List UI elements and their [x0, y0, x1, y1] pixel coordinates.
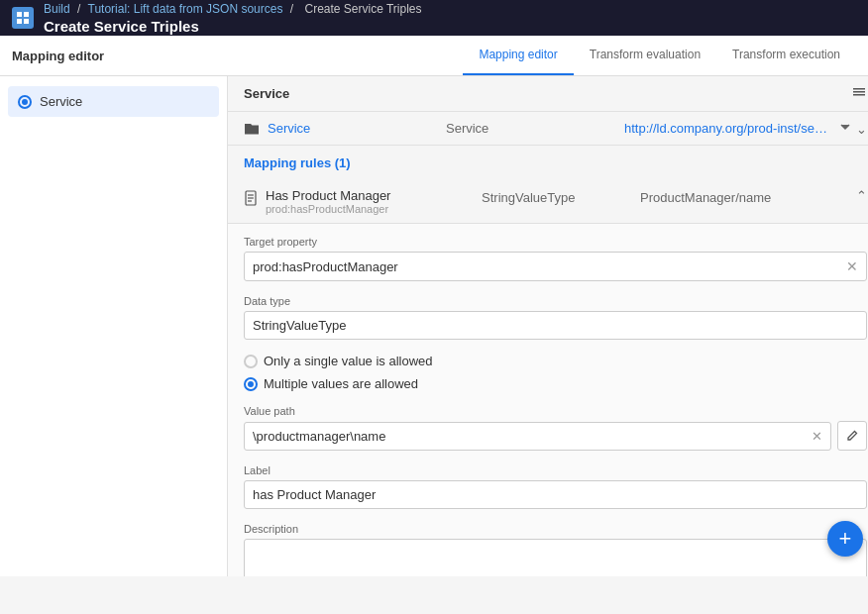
add-fab-button[interactable]: +	[827, 521, 863, 557]
data-type-label: Data type	[244, 295, 867, 307]
expanded-form: Target property prod:hasProductManager ✕…	[228, 224, 868, 576]
radio-multiple-label: Multiple values are allowed	[264, 376, 418, 391]
target-property-group: Target property prod:hasProductManager ✕	[244, 236, 867, 281]
service-row[interactable]: Service Service http://ld.company.org/pr…	[228, 112, 868, 146]
radio-single[interactable]: Only a single value is allowed	[244, 354, 867, 368]
property-info: Has Product Manager prod:hasProductManag…	[266, 188, 482, 215]
data-type-value: StringValueType	[244, 311, 867, 340]
property-path: ProductManager/name	[640, 188, 856, 205]
target-property-clear-icon[interactable]: ✕	[846, 258, 858, 274]
radio-multiple[interactable]: Multiple values are allowed	[244, 376, 867, 391]
svg-rect-0	[17, 12, 22, 17]
value-path-input[interactable]: \productmanager\name ✕	[244, 422, 831, 451]
target-property-label: Target property	[244, 236, 867, 248]
settings-icon[interactable]	[851, 84, 867, 103]
sidebar-item-service[interactable]: Service	[8, 86, 219, 117]
mapping-editor-label: Mapping editor	[12, 37, 463, 75]
value-path-edit-icon[interactable]	[837, 421, 867, 451]
top-bar: Build / Tutorial: Lift data from JSON so…	[0, 0, 868, 36]
property-name: Has Product Manager	[266, 188, 482, 203]
description-group: Description	[244, 523, 867, 576]
svg-rect-3	[24, 19, 29, 24]
sidebar-radio-service	[18, 95, 32, 109]
chevron-down-icon[interactable]: ⌄	[838, 120, 867, 137]
label-field-label: Label	[244, 464, 867, 476]
value-path-clear-icon[interactable]: ✕	[812, 429, 822, 444]
service-section-title: Service	[244, 86, 289, 101]
value-path-group: Value path \productmanager\name ✕	[244, 405, 867, 451]
value-path-label: Value path	[244, 405, 867, 417]
property-row[interactable]: Has Product Manager prod:hasProductManag…	[228, 180, 868, 224]
radio-inner-multiple	[248, 381, 254, 387]
radio-single-label: Only a single value is allowed	[264, 354, 433, 368]
tabs: Mapping editor Transform evaluation Tran…	[463, 36, 856, 75]
sidebar-item-label: Service	[40, 94, 82, 109]
page-title: Create Service Triples	[44, 18, 426, 35]
service-row-type: Service	[446, 121, 624, 136]
content-area: Service Service Service http://ld.compan…	[228, 76, 868, 576]
value-path-row: \productmanager\name ✕	[244, 421, 867, 451]
tab-transform-execution[interactable]: Transform execution	[716, 36, 856, 75]
breadcrumb-build[interactable]: Build	[44, 2, 70, 16]
app-logo	[12, 7, 34, 29]
tab-bar: Mapping editor Mapping editor Transform …	[0, 36, 868, 76]
radio-circle-multiple	[244, 377, 258, 391]
radio-circle-single	[244, 355, 258, 368]
folder-icon	[244, 121, 260, 137]
svg-rect-2	[17, 19, 22, 24]
property-type: StringValueType	[482, 188, 640, 205]
svg-rect-1	[24, 12, 29, 17]
sidebar: Service	[0, 76, 228, 576]
target-property-input[interactable]: prod:hasProductManager ✕	[244, 252, 867, 281]
label-field-value[interactable]: has Product Manager	[244, 480, 867, 509]
value-path-value: \productmanager\name	[253, 429, 385, 444]
mapping-rules-header: Mapping rules (1)	[228, 146, 868, 180]
breadcrumb: Build / Tutorial: Lift data from JSON so…	[44, 2, 426, 16]
data-type-group: Data type StringValueType	[244, 295, 867, 340]
tab-mapping-editor[interactable]: Mapping editor	[463, 36, 573, 75]
tab-transform-evaluation[interactable]: Transform evaluation	[574, 36, 716, 75]
description-textarea[interactable]	[244, 539, 867, 576]
sidebar-radio-inner	[22, 99, 28, 105]
value-cardinality-group: Only a single value is allowed Multiple …	[244, 354, 867, 391]
breadcrumb-current: Create Service Triples	[305, 2, 422, 16]
chevron-up-icon[interactable]: ⌃	[856, 188, 867, 203]
service-row-name: Service	[268, 121, 446, 136]
description-label: Description	[244, 523, 867, 535]
property-subname: prod:hasProductManager	[266, 203, 482, 215]
breadcrumb-tutorial[interactable]: Tutorial: Lift data from JSON sources	[88, 2, 283, 16]
target-property-value: prod:hasProductManager	[253, 259, 846, 274]
service-section-header: Service	[228, 76, 868, 112]
service-row-url: http://ld.company.org/prod-inst/servic..…	[624, 121, 830, 136]
document-icon	[244, 190, 258, 204]
main-layout: Service Service Service Service http://l…	[0, 76, 868, 576]
content-wrapper: Service Service Service http://ld.compan…	[228, 76, 868, 576]
label-group: Label has Product Manager	[244, 464, 867, 509]
